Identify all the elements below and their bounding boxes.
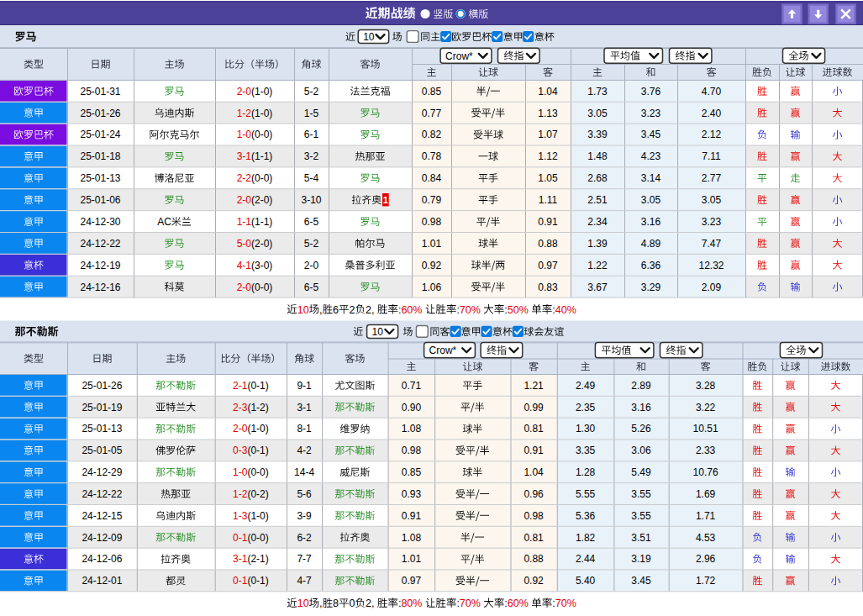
svg-text:0.81: 0.81 bbox=[524, 423, 544, 434]
svg-text:14-4: 14-4 bbox=[294, 466, 314, 478]
svg-text:2.96: 2.96 bbox=[696, 553, 716, 565]
svg-text:(0-0): (0-0) bbox=[247, 466, 268, 478]
svg-text:2: 2 bbox=[366, 598, 371, 609]
svg-text:5-4: 5-4 bbox=[304, 172, 319, 184]
svg-text:10.51: 10.51 bbox=[693, 423, 718, 434]
svg-text:2-0: 2-0 bbox=[237, 194, 252, 206]
svg-text:4-1: 4-1 bbox=[237, 260, 252, 271]
svg-text:0.77: 0.77 bbox=[422, 108, 442, 119]
svg-text:8: 8 bbox=[333, 598, 339, 609]
svg-text:4.53: 4.53 bbox=[696, 532, 716, 544]
svg-text:7-7: 7-7 bbox=[297, 553, 312, 565]
svg-text:3.05: 3.05 bbox=[702, 194, 722, 206]
svg-text:3.55: 3.55 bbox=[631, 510, 651, 522]
svg-text:3.23: 3.23 bbox=[702, 216, 722, 228]
svg-text:3.22: 3.22 bbox=[696, 402, 716, 413]
svg-text:0.98: 0.98 bbox=[422, 216, 442, 228]
svg-text:0.91: 0.91 bbox=[538, 216, 558, 228]
svg-text:3.06: 3.06 bbox=[631, 445, 651, 456]
svg-text:6.36: 6.36 bbox=[641, 260, 661, 271]
svg-text:3.05: 3.05 bbox=[587, 108, 608, 119]
svg-text:7.47: 7.47 bbox=[702, 238, 722, 250]
svg-text:(1-0): (1-0) bbox=[251, 108, 272, 119]
svg-text:1.05: 1.05 bbox=[538, 172, 558, 184]
svg-text:0.81: 0.81 bbox=[524, 532, 544, 544]
svg-text:25-01-26: 25-01-26 bbox=[80, 108, 120, 119]
svg-text:0.92: 0.92 bbox=[524, 575, 544, 587]
svg-text:10: 10 bbox=[297, 598, 309, 609]
svg-text:25-01-06: 25-01-06 bbox=[80, 194, 120, 206]
svg-text:12.32: 12.32 bbox=[698, 260, 724, 271]
svg-text:0.88: 0.88 bbox=[524, 553, 544, 565]
svg-text:0.92: 0.92 bbox=[422, 260, 442, 271]
svg-text:(1-1): (1-1) bbox=[251, 150, 272, 162]
svg-text:3.05: 3.05 bbox=[641, 194, 661, 206]
svg-text:(0-0): (0-0) bbox=[251, 129, 272, 140]
svg-text:0.71: 0.71 bbox=[402, 380, 422, 392]
svg-text:2.12: 2.12 bbox=[702, 129, 722, 140]
svg-text:2.35: 2.35 bbox=[576, 402, 596, 413]
svg-text:1-5: 1-5 bbox=[304, 108, 319, 119]
svg-text:0.79: 0.79 bbox=[422, 194, 442, 206]
svg-text:2.40: 2.40 bbox=[702, 108, 722, 119]
svg-text:6: 6 bbox=[333, 304, 339, 316]
svg-text:1-2: 1-2 bbox=[237, 108, 252, 119]
svg-text:0.98: 0.98 bbox=[524, 510, 544, 522]
svg-text:1.71: 1.71 bbox=[696, 510, 716, 522]
svg-text:,: , bbox=[371, 304, 374, 316]
svg-text:1.01: 1.01 bbox=[422, 238, 442, 250]
svg-text:1.72: 1.72 bbox=[696, 575, 716, 587]
svg-text:3.29: 3.29 bbox=[641, 282, 661, 293]
svg-text:1.08: 1.08 bbox=[402, 532, 422, 544]
svg-text:6-5: 6-5 bbox=[304, 216, 319, 228]
svg-text:(0-2): (0-2) bbox=[247, 488, 268, 500]
svg-text:5.40: 5.40 bbox=[576, 575, 596, 587]
svg-text:70%: 70% bbox=[555, 598, 576, 609]
svg-text:25-01-13: 25-01-13 bbox=[80, 172, 120, 184]
svg-text:4-2: 4-2 bbox=[297, 445, 312, 456]
svg-text:0-1: 0-1 bbox=[233, 575, 248, 587]
svg-text:(3-0): (3-0) bbox=[251, 260, 272, 271]
svg-text:5.26: 5.26 bbox=[631, 423, 651, 434]
svg-text:70%: 70% bbox=[460, 598, 481, 609]
svg-text:10: 10 bbox=[363, 31, 375, 43]
svg-text:AC: AC bbox=[157, 216, 171, 228]
svg-text:80%: 80% bbox=[401, 598, 422, 609]
svg-text:2-2: 2-2 bbox=[237, 172, 252, 184]
svg-text:0.82: 0.82 bbox=[422, 129, 442, 140]
svg-text:3.39: 3.39 bbox=[587, 129, 608, 140]
svg-text:(2-1): (2-1) bbox=[247, 553, 268, 565]
svg-text:4.23: 4.23 bbox=[641, 150, 661, 162]
svg-text:2-3: 2-3 bbox=[233, 402, 248, 413]
svg-text:1.08: 1.08 bbox=[402, 423, 422, 434]
svg-text:5.49: 5.49 bbox=[631, 466, 651, 478]
svg-text:(1-2): (1-2) bbox=[247, 402, 268, 413]
svg-text:1-0: 1-0 bbox=[237, 129, 252, 140]
svg-text:1.82: 1.82 bbox=[576, 532, 596, 544]
svg-text:2.09: 2.09 bbox=[702, 282, 722, 293]
svg-text:2.68: 2.68 bbox=[587, 172, 608, 184]
svg-text:25-01-24: 25-01-24 bbox=[80, 129, 120, 140]
svg-text:3.35: 3.35 bbox=[576, 445, 596, 456]
svg-text:10: 10 bbox=[297, 304, 309, 316]
svg-text:24-12-01: 24-12-01 bbox=[82, 575, 122, 587]
svg-text:,: , bbox=[319, 304, 322, 316]
svg-text:(0-0): (0-0) bbox=[251, 172, 272, 184]
svg-text:0-1: 0-1 bbox=[233, 532, 248, 544]
svg-text:3-1: 3-1 bbox=[233, 553, 248, 565]
svg-text:6-1: 6-1 bbox=[304, 129, 319, 140]
svg-text:0.99: 0.99 bbox=[524, 402, 544, 413]
svg-text:(0-1): (0-1) bbox=[247, 445, 268, 456]
svg-text:1.39: 1.39 bbox=[587, 238, 608, 250]
svg-text:1.28: 1.28 bbox=[576, 466, 596, 478]
svg-text:0.88: 0.88 bbox=[538, 238, 558, 250]
svg-text:3-2: 3-2 bbox=[304, 150, 319, 162]
svg-text:2.44: 2.44 bbox=[576, 553, 596, 565]
svg-text:,: , bbox=[371, 598, 374, 609]
svg-text:2: 2 bbox=[350, 304, 355, 316]
svg-text:3.16: 3.16 bbox=[631, 402, 651, 413]
svg-text:5-2: 5-2 bbox=[304, 86, 319, 97]
svg-text:2.77: 2.77 bbox=[702, 172, 722, 184]
svg-text:6-2: 6-2 bbox=[297, 532, 312, 544]
svg-text:5.36: 5.36 bbox=[576, 510, 596, 522]
